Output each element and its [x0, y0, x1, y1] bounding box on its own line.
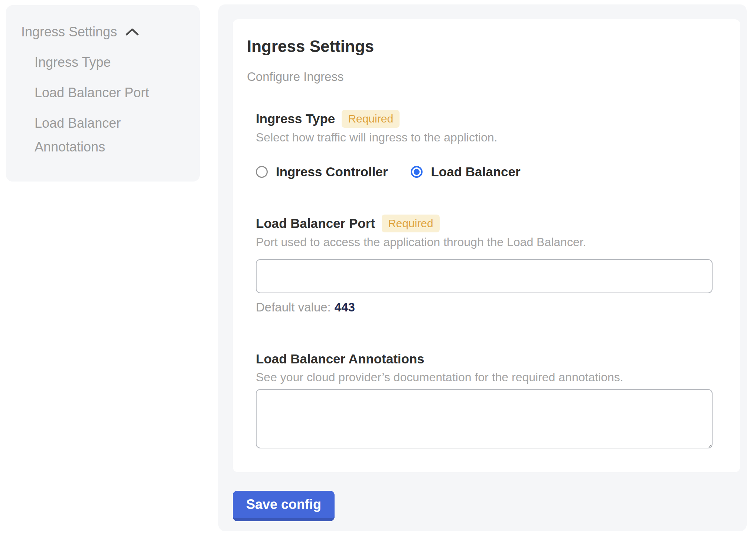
radio-option-label: Ingress Controller	[276, 164, 388, 180]
radio-button-icon[interactable]	[411, 166, 423, 178]
section-title: Load Balancer Port	[256, 215, 375, 232]
sidebar-item-load-balancer-port[interactable]: Load Balancer Port	[6, 81, 200, 105]
sidebar-item-load-balancer-annotations[interactable]: Load Balancer Annotations	[6, 111, 162, 159]
ingress-type-radio-group: Ingress Controller Load Balancer	[256, 163, 713, 180]
section-load-balancer-port: Load Balancer Port Required Port used to…	[256, 215, 713, 314]
section-load-balancer-annotations: Load Balancer Annotations See your cloud…	[256, 350, 713, 448]
radio-option-label: Load Balancer	[431, 164, 520, 180]
sidebar-item-ingress-settings[interactable]: Ingress Settings	[6, 20, 200, 44]
section-description: Port used to access the application thro…	[256, 235, 713, 249]
radio-option-ingress-controller[interactable]: Ingress Controller	[256, 164, 388, 180]
settings-nav-sidebar: Ingress Settings Ingress Type Load Balan…	[6, 5, 200, 182]
section-ingress-type: Ingress Type Required Select how traffic…	[256, 110, 713, 180]
radio-option-load-balancer[interactable]: Load Balancer	[411, 164, 520, 180]
section-description: See your cloud provider’s documentation …	[256, 370, 713, 384]
section-description: Select how traffic will ingress to the a…	[256, 131, 713, 144]
radio-button-icon[interactable]	[256, 166, 268, 178]
page-title: Ingress Settings	[247, 37, 713, 56]
page-subtitle: Configure Ingress	[247, 70, 713, 84]
default-value-number: 443	[335, 300, 355, 314]
sidebar-item-label: Ingress Settings	[21, 20, 117, 44]
load-balancer-annotations-textarea[interactable]	[256, 389, 713, 448]
required-badge: Required	[382, 215, 440, 232]
chevron-up-icon[interactable]	[125, 28, 139, 36]
default-value-note: Default value:443	[256, 301, 713, 314]
ingress-settings-card: Ingress Settings Configure Ingress Ingre…	[233, 19, 740, 472]
save-config-button[interactable]: Save config	[233, 491, 335, 521]
form-sections: Ingress Type Required Select how traffic…	[256, 110, 713, 448]
main-panel: Ingress Settings Configure Ingress Ingre…	[218, 4, 747, 531]
default-value-label: Default value:	[256, 300, 331, 314]
required-badge: Required	[342, 110, 400, 128]
section-title: Ingress Type	[256, 110, 335, 127]
sidebar-item-ingress-type[interactable]: Ingress Type	[6, 50, 200, 74]
load-balancer-port-input[interactable]	[256, 259, 713, 293]
section-title: Load Balancer Annotations	[256, 350, 424, 368]
